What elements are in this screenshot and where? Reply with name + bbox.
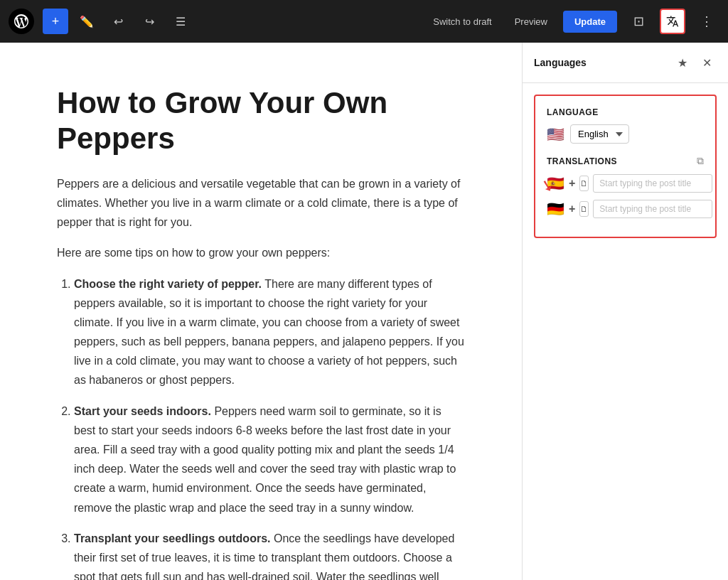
panel-title: Languages bbox=[534, 57, 587, 68]
close-panel-button[interactable]: ✕ bbox=[697, 53, 717, 72]
list-view-button[interactable]: ☰ bbox=[168, 9, 193, 34]
post-content: Peppers are a delicious and versatile ve… bbox=[57, 174, 465, 580]
german-page-button[interactable]: 🗋 bbox=[579, 201, 589, 217]
sidebar-panel: Languages ★ ✕ Language 🇺🇸 English Spanis… bbox=[522, 43, 728, 580]
tips-list: Choose the right variety of pepper. Ther… bbox=[57, 274, 465, 580]
edit-icon-button[interactable]: ✏️ bbox=[74, 9, 100, 34]
language-section: Language 🇺🇸 English Spanish German Frenc… bbox=[534, 95, 717, 238]
toolbar: + ✏️ ↩ ↪ ☰ Switch to draft Preview Updat… bbox=[0, 0, 728, 43]
wordpress-logo bbox=[9, 9, 34, 34]
language-select[interactable]: English Spanish German French bbox=[570, 124, 629, 144]
language-row: 🇺🇸 English Spanish German French bbox=[547, 124, 704, 144]
tip-2: Start your seeds indoors. Peppers need w… bbox=[74, 402, 465, 517]
panel-header: Languages ★ ✕ bbox=[523, 43, 728, 83]
language-label: Language bbox=[547, 107, 704, 117]
tip-1: Choose the right variety of pepper. Ther… bbox=[74, 274, 465, 390]
settings-button[interactable]: ⊡ bbox=[626, 9, 651, 34]
tip-1-body: There are many different types of pepper… bbox=[74, 278, 464, 387]
tip-2-title: Start your seeds indoors. bbox=[74, 405, 211, 417]
undo-button[interactable]: ↩ bbox=[105, 9, 131, 34]
toolbar-right: Switch to draft Preview Update ⊡ ⋮ bbox=[426, 9, 719, 34]
red-arrow: ➘ bbox=[539, 176, 556, 197]
tip-2-body: Peppers need warm soil to germinate, so … bbox=[74, 405, 456, 514]
update-button[interactable]: Update bbox=[563, 11, 617, 33]
add-button[interactable]: + bbox=[43, 9, 68, 34]
main-layout: How to Grow Your Own Peppers Peppers are… bbox=[0, 43, 728, 580]
us-flag: 🇺🇸 bbox=[547, 126, 564, 143]
spanish-title-input[interactable] bbox=[593, 174, 712, 193]
translations-rows: ➘ 🇪🇸 + 🗋 🇩🇪 + 🗋 bbox=[547, 174, 704, 218]
add-spanish-translation-button[interactable]: + bbox=[569, 176, 575, 191]
star-button[interactable]: ★ bbox=[673, 53, 692, 72]
translation-row-german: 🇩🇪 + 🗋 bbox=[547, 200, 704, 218]
redo-button[interactable]: ↪ bbox=[136, 9, 162, 34]
intro-paragraph: Peppers are a delicious and versatile ve… bbox=[57, 174, 465, 232]
translate-button[interactable] bbox=[660, 9, 685, 34]
post-title[interactable]: How to Grow Your Own Peppers bbox=[57, 85, 465, 157]
tip-3: Transplant your seedlings outdoors. Once… bbox=[74, 529, 465, 580]
tips-intro: Here are some tips on how to grow your o… bbox=[57, 243, 465, 262]
tip-1-title: Choose the right variety of pepper. bbox=[74, 278, 262, 290]
german-title-input[interactable] bbox=[593, 200, 712, 218]
copy-icon[interactable]: ⧉ bbox=[697, 155, 704, 167]
switch-to-draft-button[interactable]: Switch to draft bbox=[426, 12, 498, 31]
translation-row-spanish: 🇪🇸 + 🗋 bbox=[547, 174, 704, 193]
tip-3-title: Transplant your seedlings outdoors. bbox=[74, 532, 270, 544]
editor-area: How to Grow Your Own Peppers Peppers are… bbox=[0, 43, 522, 580]
more-options-button[interactable]: ⋮ bbox=[694, 9, 719, 34]
panel-header-icons: ★ ✕ bbox=[673, 53, 717, 72]
add-german-translation-button[interactable]: + bbox=[569, 201, 575, 217]
translations-label: Translations bbox=[547, 156, 617, 166]
preview-button[interactable]: Preview bbox=[508, 12, 555, 31]
de-flag: 🇩🇪 bbox=[547, 200, 564, 218]
translations-header: Translations ⧉ bbox=[547, 155, 704, 167]
spanish-page-button[interactable]: 🗋 bbox=[579, 176, 589, 191]
